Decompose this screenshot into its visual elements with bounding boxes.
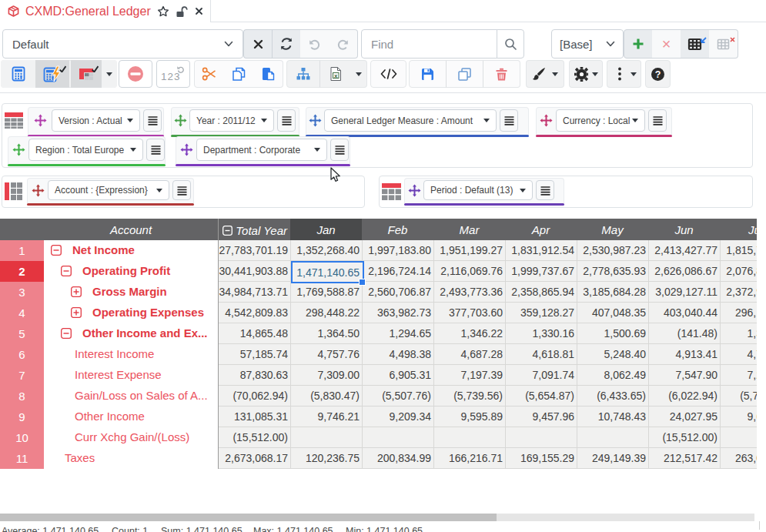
svg-text:x: x xyxy=(333,72,337,79)
svg-text:?: ? xyxy=(655,69,661,80)
